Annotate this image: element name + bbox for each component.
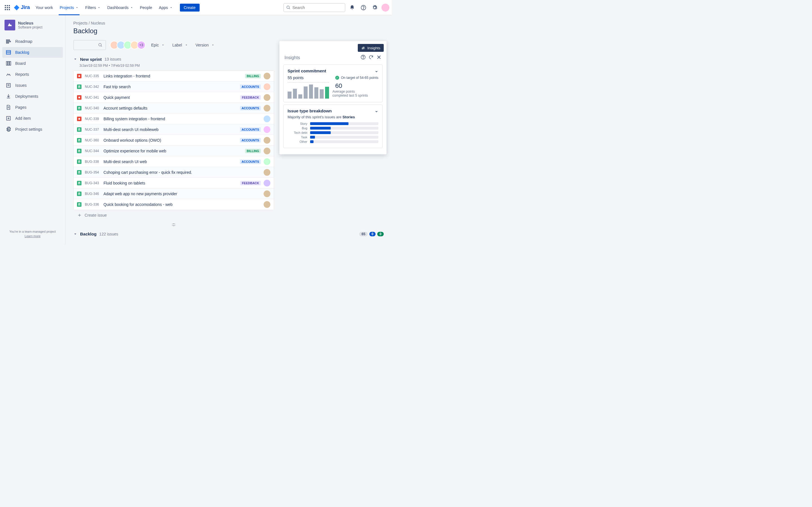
breakdown-label: Story [288, 122, 307, 125]
issue-key[interactable]: NUC-344 [85, 149, 102, 153]
assignee-avatar[interactable] [264, 73, 270, 79]
issue-row[interactable]: NUC-360Onboard workout options (OWO)ACCO… [73, 135, 274, 146]
project-header[interactable]: Nucleus Software project [2, 20, 63, 36]
drag-divider-icon[interactable] [73, 223, 274, 227]
board-search[interactable] [73, 40, 106, 50]
filter-version[interactable]: Version [196, 43, 214, 47]
issue-key[interactable]: NUC-339 [85, 117, 102, 121]
issue-key[interactable]: BUG-354 [85, 170, 102, 174]
issue-key[interactable]: NUC-340 [85, 106, 102, 110]
filter-label[interactable]: Label [172, 43, 188, 47]
nav-people[interactable]: People [137, 0, 156, 15]
app-switcher-icon[interactable] [2, 3, 12, 13]
search-input[interactable] [292, 5, 338, 10]
issue-row[interactable]: NUC-339Billing system integration - fron… [73, 114, 274, 124]
nav-your-work[interactable]: Your work [32, 0, 56, 15]
issue-row[interactable]: NUC-337Multi-dest search UI mobilewebACC… [73, 124, 274, 135]
issue-key[interactable]: BUG-338 [85, 160, 102, 164]
svg-rect-50 [79, 150, 80, 151]
svg-rect-8 [9, 9, 10, 10]
create-issue-label: Create issue [85, 213, 107, 217]
issue-row[interactable]: NUC-340Account settings defaultsACCOUNTS [73, 103, 274, 114]
svg-point-12 [363, 8, 364, 9]
sidebar-item-deployments[interactable]: Deployments [2, 91, 63, 102]
assignee-avatar[interactable] [264, 126, 270, 133]
svg-rect-2 [9, 5, 10, 6]
issue-key[interactable]: NUC-360 [85, 138, 102, 142]
issue-row[interactable]: BUG-336Quick booking for accomodations -… [73, 199, 274, 210]
svg-rect-0 [5, 5, 6, 6]
issue-key[interactable]: BUG-346 [85, 192, 102, 196]
chevron-down-icon[interactable] [73, 232, 77, 236]
issue-key[interactable]: NUC-342 [85, 85, 102, 89]
assignee-avatar[interactable] [264, 115, 270, 122]
card-title: Issue type breakdown [288, 108, 332, 113]
learn-more-link[interactable]: Learn more [2, 234, 63, 238]
sidebar-item-reports[interactable]: Reports [2, 69, 63, 80]
assignee-avatar[interactable] [264, 83, 270, 90]
assignee-avatar[interactable] [264, 94, 270, 101]
assignee-filter[interactable]: +3 [112, 41, 146, 49]
help-icon[interactable] [359, 3, 368, 12]
nav-dashboards[interactable]: Dashboards [104, 0, 137, 15]
create-issue-button[interactable]: Create issue [73, 210, 274, 220]
issue-row[interactable]: BUG-343Fluid booking on tabletsFEEDBACK [73, 178, 274, 188]
chevron-down-icon[interactable]: ⌄ [375, 68, 378, 73]
close-icon[interactable] [376, 55, 382, 61]
issue-row[interactable]: NUC-341Quick paymentFEEDBACK [73, 92, 274, 103]
chevron-down-icon[interactable] [73, 57, 77, 61]
refresh-icon[interactable] [368, 55, 373, 61]
sidebar-item-add-item[interactable]: Add item [2, 113, 63, 124]
nav-apps[interactable]: Apps [156, 0, 176, 15]
chevron-down-icon[interactable]: ⌄ [375, 108, 378, 113]
issue-row[interactable]: NUC-342Fast trip searchACCOUNTS [73, 81, 274, 92]
project-name: Nucleus [18, 21, 43, 25]
issue-key[interactable]: BUG-343 [85, 181, 102, 185]
sidebar-item-roadmap[interactable]: Roadmap [2, 36, 63, 47]
sidebar-item-backlog[interactable]: Backlog [2, 47, 63, 58]
issue-key[interactable]: NUC-335 [85, 74, 102, 78]
assignee-avatar[interactable] [264, 158, 270, 165]
issue-tag: FEEDBACK [240, 95, 261, 100]
sidebar-item-issues[interactable]: Issues [2, 80, 63, 91]
assignee-avatar[interactable] [264, 137, 270, 144]
jira-logo[interactable]: Jira [12, 4, 32, 11]
svg-point-67 [363, 58, 363, 59]
svg-rect-40 [79, 107, 80, 108]
main-content: Projects / Nucleus Backlog +3 EpicLabelV… [65, 15, 392, 244]
avatar-more[interactable]: +3 [137, 41, 146, 49]
sidebar-item-board[interactable]: Board [2, 58, 63, 69]
issue-row[interactable]: BUG-346Adapt web app no new payments pro… [73, 188, 274, 199]
assignee-avatar[interactable] [264, 201, 270, 208]
create-button[interactable]: Create [180, 4, 200, 11]
settings-icon[interactable] [370, 3, 379, 12]
issue-row[interactable]: BUG-354Cshoping cart purchasing error - … [73, 167, 274, 178]
sidebar-item-pages[interactable]: Pages [2, 102, 63, 113]
backlog-header[interactable]: Backlog 122 issues [73, 231, 118, 236]
notifications-icon[interactable] [348, 3, 357, 12]
filter-epic[interactable]: Epic [151, 43, 164, 47]
issue-row[interactable]: NUC-335Links integration - frontendBILLI… [73, 71, 274, 81]
insights-toggle-button[interactable]: Insights [358, 44, 384, 52]
assignee-avatar[interactable] [264, 105, 270, 112]
issue-row[interactable]: BUG-338Multi-dest search UI webACCOUNTS [73, 156, 274, 167]
global-search[interactable] [283, 3, 345, 12]
assignee-avatar[interactable] [264, 180, 270, 186]
assignee-avatar[interactable] [264, 190, 270, 197]
profile-avatar[interactable] [382, 4, 389, 11]
nav-filters[interactable]: Filters [82, 0, 104, 15]
sidebar-item-project-settings[interactable]: Project settings [2, 124, 63, 135]
assignee-avatar[interactable] [264, 148, 270, 154]
issue-tag: ACCOUNTS [240, 138, 261, 143]
assignee-avatar[interactable] [264, 169, 270, 176]
issue-title: Links integration - frontend [103, 74, 245, 78]
issue-row[interactable]: NUC-344Optimize experience for mobile we… [73, 146, 274, 156]
help-icon[interactable] [361, 55, 366, 61]
issue-key[interactable]: BUG-336 [85, 203, 102, 207]
issue-key[interactable]: NUC-341 [85, 96, 102, 100]
nav-projects[interactable]: Projects [56, 0, 82, 15]
bar [304, 87, 308, 99]
issue-key[interactable]: NUC-337 [85, 128, 102, 131]
breakdown-row: Other [288, 140, 378, 144]
breadcrumb[interactable]: Projects / Nucleus [73, 21, 384, 25]
